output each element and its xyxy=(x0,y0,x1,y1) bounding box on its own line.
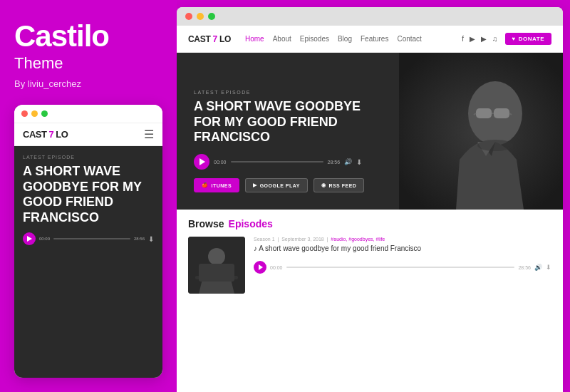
brand-title: Castilo xyxy=(14,21,162,51)
hero-play-icon xyxy=(200,158,205,165)
donate-label: DONATE xyxy=(519,36,544,42)
dot-yellow xyxy=(31,110,38,117)
hero-progress-bar[interactable] xyxy=(231,161,323,163)
desktop-nav: CAST 7 LO Home About Episodes Blog Featu… xyxy=(177,26,563,53)
mobile-logo: CAST 7 LO xyxy=(23,129,68,140)
ep-time-end: 28:56 xyxy=(518,265,531,270)
browse-title: Browse xyxy=(188,218,224,229)
mobile-play-button[interactable] xyxy=(23,232,36,245)
facebook-icon[interactable]: f xyxy=(462,35,464,43)
hero-content: LATEST EPISODE A SHORT WAVE GOODBYE FOR … xyxy=(177,53,399,210)
episode-tags: #audio, #goodbyes, #life xyxy=(331,237,385,242)
mobile-time-start: 00:00 xyxy=(39,237,50,241)
hero-latest-label: LATEST EPISODE xyxy=(194,90,382,95)
play-icon xyxy=(27,236,32,242)
mobile-player: 00:00 28:56 ⬇ xyxy=(23,232,154,245)
rss-label: RSS FEED xyxy=(328,183,356,188)
mobile-time-end: 28:56 xyxy=(134,237,145,241)
hero-time-end: 28:56 xyxy=(328,160,341,165)
mobile-progress-bar[interactable] xyxy=(53,238,130,239)
donate-button[interactable]: ♥ DONATE xyxy=(505,33,551,45)
brand-author: By liviu_cerchez xyxy=(14,78,162,89)
google-play-button[interactable]: ▶ GOOGLE PLAY xyxy=(245,178,308,192)
hero-download-icon[interactable]: ⬇ xyxy=(356,158,362,166)
hero-player: 00:00 28:56 🔊 ⬇ xyxy=(194,154,382,170)
itunes-button[interactable]: 🍎 ITUNES xyxy=(194,178,239,192)
episode-play-button[interactable] xyxy=(254,261,266,274)
ep-progress-bar[interactable] xyxy=(286,267,515,268)
brand-subtitle: Theme xyxy=(14,54,162,73)
hero-volume-icon[interactable]: 🔊 xyxy=(344,158,352,165)
episode-card: Season 1 | September 3, 2018 | #audio, #… xyxy=(188,237,551,294)
episode-player: 00:00 28:56 🔊 ⬇ xyxy=(254,261,551,274)
donate-icon: ♥ xyxy=(512,36,516,42)
play-circle-icon[interactable]: ▶ xyxy=(470,35,475,43)
mobile-hero: LATEST EPISODE A SHORT WAVE GOODBYE FOR … xyxy=(14,146,162,378)
dot-maximize[interactable] xyxy=(208,13,215,20)
desktop-titlebar xyxy=(177,7,563,26)
dot-red xyxy=(21,110,28,117)
hero-play-button[interactable] xyxy=(194,154,209,170)
dot-green xyxy=(41,110,48,117)
itunes-label: ITUNES xyxy=(212,183,232,188)
apple-icon: 🍎 xyxy=(202,182,209,188)
nav-social: f ▶ ▶ ♫ xyxy=(462,35,497,43)
hero-buttons: 🍎 ITUNES ▶ GOOGLE PLAY ◉ RSS FEED xyxy=(194,178,382,192)
svg-point-7 xyxy=(477,140,513,151)
dot-close[interactable] xyxy=(185,13,192,20)
nav-features[interactable]: Features xyxy=(361,35,388,43)
nav-contact[interactable]: Contact xyxy=(397,35,421,43)
episode-meta: Season 1 | September 3, 2018 | #audio, #… xyxy=(254,237,551,242)
right-panel: CAST 7 LO Home About Episodes Blog Featu… xyxy=(177,7,563,392)
spotify-icon[interactable]: ♫ xyxy=(492,35,498,43)
youtube-icon[interactable]: ▶ xyxy=(481,35,487,43)
mobile-episode-title: A SHORT WAVE GOODBYE FOR MY GOOD FRIEND … xyxy=(23,164,154,225)
google-play-icon: ▶ xyxy=(253,182,257,188)
mobile-download-icon[interactable]: ⬇ xyxy=(148,235,154,243)
nav-home[interactable]: Home xyxy=(245,35,264,43)
episode-title-link[interactable]: ♪ A short wave goodbye for my good frien… xyxy=(254,244,551,252)
browse-section: Browse Episodes Season 1 | September 3 xyxy=(177,210,563,392)
hero-episode-title: A SHORT WAVE GOODBYE FOR MY GOOD FRIEND … xyxy=(194,99,382,145)
desktop-hero: LATEST EPISODE A SHORT WAVE GOODBYE FOR … xyxy=(177,53,563,210)
dot-minimize[interactable] xyxy=(197,13,204,20)
episode-season: Season 1 xyxy=(254,237,275,242)
browse-episodes-label: Episodes xyxy=(229,218,273,229)
rss-icon: ◉ xyxy=(321,182,326,188)
svg-point-9 xyxy=(208,248,225,265)
episode-play-icon xyxy=(259,264,263,270)
ep-download-icon[interactable]: ⬇ xyxy=(546,264,551,271)
ep-volume-icon[interactable]: 🔊 xyxy=(534,264,542,271)
mobile-latest-label: LATEST EPISODE xyxy=(23,155,154,160)
desktop-logo: CAST 7 LO xyxy=(188,34,231,44)
mobile-preview: CAST 7 LO ☰ LATEST EPISODE A SHORT WAVE … xyxy=(14,105,162,378)
hero-image xyxy=(399,53,563,210)
mobile-nav: CAST 7 LO ☰ xyxy=(14,123,162,146)
nav-links: Home About Episodes Blog Features Contac… xyxy=(245,35,462,43)
mobile-titlebar xyxy=(14,105,162,123)
svg-rect-3 xyxy=(494,108,509,118)
svg-rect-2 xyxy=(476,108,492,118)
hamburger-icon[interactable]: ☰ xyxy=(144,128,154,141)
episode-date: September 3, 2018 xyxy=(281,237,324,242)
hero-time-start: 00:00 xyxy=(214,160,227,165)
nav-blog[interactable]: Blog xyxy=(338,35,352,43)
google-play-label: GOOGLE PLAY xyxy=(260,183,300,188)
svg-rect-11 xyxy=(199,264,234,282)
ep-time-start: 00:00 xyxy=(270,265,283,270)
left-panel: Castilo Theme By liviu_cerchez CAST 7 LO… xyxy=(0,0,177,392)
hero-person-image xyxy=(399,53,563,210)
episode-info: Season 1 | September 3, 2018 | #audio, #… xyxy=(254,237,551,294)
rss-feed-button[interactable]: ◉ RSS FEED xyxy=(314,178,365,192)
episode-thumbnail xyxy=(188,237,245,294)
browse-header: Browse Episodes xyxy=(188,218,551,229)
nav-about[interactable]: About xyxy=(273,35,291,43)
nav-episodes[interactable]: Episodes xyxy=(300,35,329,43)
